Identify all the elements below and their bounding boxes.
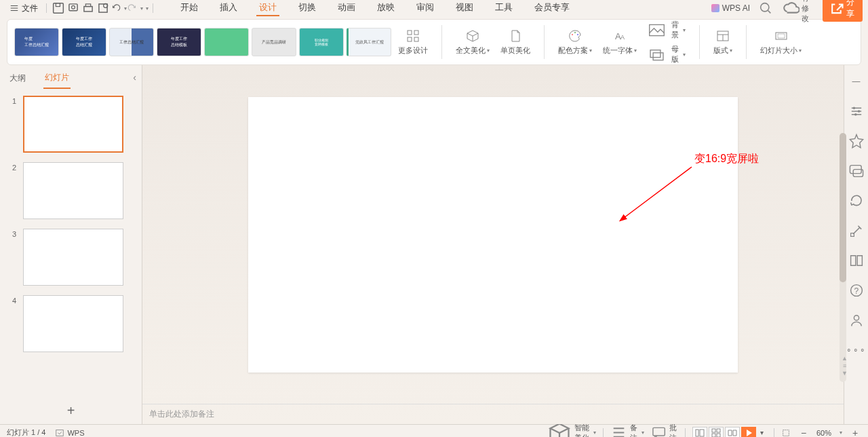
save-button[interactable] [51,1,66,16]
palette-icon [568,29,582,43]
menu-tab-设计[interactable]: 设计 [256,0,279,16]
refresh-icon[interactable] [848,193,865,209]
more-caret-icon[interactable]: ▾ [146,5,149,12]
aspect-icon [774,29,788,43]
svg-rect-25 [778,34,785,38]
slide-thumbnail[interactable] [23,96,123,153]
menu-tab-审阅[interactable]: 审阅 [414,0,437,16]
undo-button[interactable]: ▾ [111,3,127,14]
view-buttons: ▾ [692,427,767,438]
menu-tab-插入[interactable]: 插入 [217,0,240,16]
template-thumb[interactable]: 产品竞品调研 [252,28,296,56]
add-slide-button[interactable]: + [0,398,142,424]
svg-rect-10 [414,31,418,35]
slide-thumbnail[interactable] [23,162,123,219]
background-button[interactable]: 背景▾ [644,18,690,41]
svg-rect-12 [414,37,418,41]
unify-font-button[interactable]: AA 统一字体▾ [599,26,641,58]
menu-tab-切换[interactable]: 切换 [296,0,319,16]
star-icon[interactable] [848,133,865,149]
share-button[interactable]: 分享 [823,0,863,22]
more-design-button[interactable]: 更多设计 [394,26,432,58]
svg-rect-37 [653,428,665,436]
tools-icon[interactable] [848,223,865,239]
nav-dots[interactable]: ▲≡▼ [842,356,848,377]
grid-icon [406,29,420,43]
print-button[interactable] [81,1,96,16]
menu-tab-会员专享[interactable]: 会员专享 [532,0,572,16]
layers-icon [648,45,666,64]
notes-input[interactable]: 单击此处添加备注 [142,404,844,424]
template-thumb[interactable]: 工作总结汇报 [109,28,154,56]
list-icon [610,424,627,437]
person-icon[interactable] [848,312,865,328]
print-preview-button[interactable] [66,1,81,16]
minus-button[interactable]: — [848,73,865,90]
template-thumb[interactable]: 年度工作总结汇报 [14,28,59,56]
caret-down-icon: ▾ [140,5,143,12]
menu-tab-动画[interactable]: 动画 [335,0,358,16]
collapse-button[interactable]: ‹ [133,72,136,83]
annotation-label: 变16:9宽屏啦 [694,152,759,166]
menu-tab-放映[interactable]: 放映 [374,0,397,16]
svg-text:A: A [620,34,625,41]
vertical-scrollbar[interactable] [840,133,849,382]
slide-thumbnail[interactable] [23,295,123,352]
adjust-icon[interactable] [848,103,865,119]
menu-tabs: 开始插入设计切换动画放映审阅视图工具会员专享 [178,0,572,16]
zoom-out-button[interactable]: − [797,427,810,438]
modify-status[interactable]: 有修改 [777,0,818,25]
more-icon[interactable]: ∘∘∘ [848,342,865,358]
share-icon [829,1,844,16]
chat-icon[interactable] [848,163,865,179]
top-toolbar: 文件 ▾ ▾ ▾ 开始插入设计切换动画放映审阅视图工具会员专享 WPS AI 有… [0,0,868,16]
help-icon[interactable]: ? [848,282,865,299]
template-thumb[interactable] [204,28,249,56]
single-beautify-button[interactable]: 单页美化 [496,26,534,58]
separator [441,25,442,59]
normal-view-button[interactable] [692,427,707,438]
zoom-level[interactable]: 60% [816,429,831,437]
template-thumb[interactable]: 年度工作总结模板 [157,28,201,56]
full-beautify-button[interactable]: 全文美化▾ [452,26,494,58]
slide-size-button[interactable]: 幻灯片大小▾ [756,26,806,58]
svg-rect-0 [54,3,64,14]
slideshow-button[interactable] [741,427,756,438]
wps-status[interactable]: WPS [55,428,84,438]
book-icon[interactable] [848,252,865,269]
reading-view-button[interactable] [725,427,740,438]
svg-point-15 [577,34,578,35]
outline-tab[interactable]: 大纲 [8,69,27,88]
menu-tab-工具[interactable]: 工具 [492,0,515,16]
redo-button[interactable]: ▾ [127,3,143,14]
sorter-view-button[interactable] [709,427,724,438]
hamburger-icon [9,3,19,13]
svg-rect-43 [717,434,720,437]
slides-tab[interactable]: 幻灯片 [43,68,71,89]
template-thumb[interactable]: 年度工作总结汇报 [62,28,106,56]
separator [153,3,153,13]
master-button[interactable]: 母版▾ [644,43,690,66]
zoom-in-button[interactable]: + [849,427,861,438]
template-thumb[interactable]: 党政风工作汇报 [347,28,391,56]
template-thumb[interactable]: 职业规划竞聘模板 [299,28,344,56]
comments-toggle[interactable]: 批注 [651,423,678,438]
slideshow-dropdown[interactable]: ▾ [757,427,767,438]
caret-down-icon[interactable]: ▾ [840,430,842,436]
slide-row: 1 [12,96,132,153]
file-label: 文件 [22,3,38,14]
layout-button[interactable]: 版式▾ [709,26,736,58]
file-menu-button[interactable]: 文件 [5,1,42,16]
menu-tab-开始[interactable]: 开始 [178,0,201,16]
export-button[interactable] [96,1,111,16]
slide-number: 4 [12,297,18,305]
menu-tab-视图[interactable]: 视图 [453,0,476,16]
fit-view-button[interactable] [781,428,791,438]
wps-ai-button[interactable]: WPS AI [707,2,754,14]
color-scheme-button[interactable]: 配色方案▾ [554,26,596,58]
slide-canvas[interactable] [248,97,738,373]
notes-toggle[interactable]: 备注▾ [610,423,644,438]
search-button[interactable] [758,1,773,16]
slide-thumbnail[interactable] [23,229,123,286]
slide-number: 1 [12,97,18,105]
